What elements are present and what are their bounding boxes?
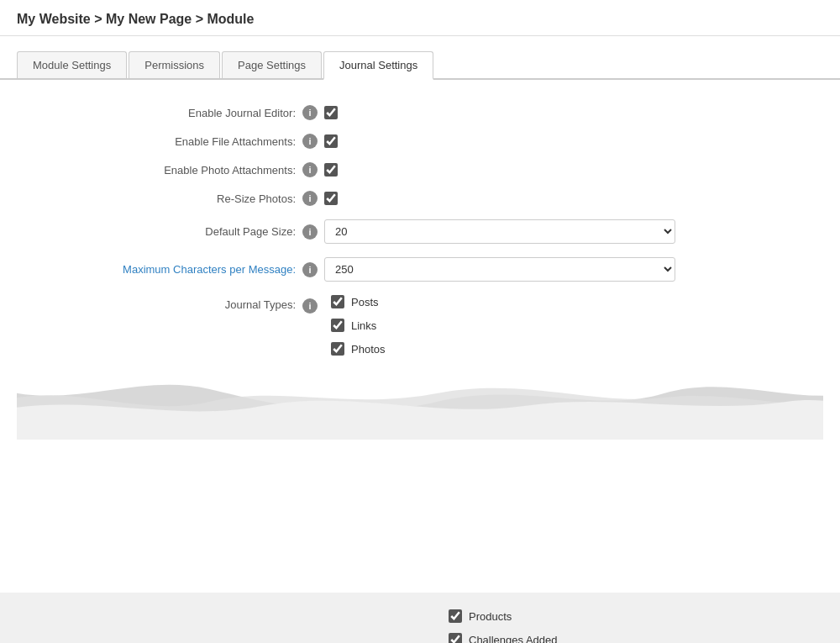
journal-type-products-checkbox[interactable]	[449, 609, 462, 623]
enable-photo-attachments-control: i	[302, 162, 338, 177]
enable-photo-attachments-checkbox[interactable]	[324, 163, 338, 177]
journal-type-posts-label: Posts	[351, 296, 379, 308]
wave-separator	[17, 364, 823, 440]
journal-type-posts-checkbox[interactable]	[331, 295, 344, 308]
journal-type-photos: Photos	[331, 342, 385, 356]
enable-journal-editor-row: Enable Journal Editor: i	[17, 105, 823, 120]
journal-type-links: Links	[331, 319, 385, 332]
tab-journal-settings[interactable]: Journal Settings	[323, 51, 433, 80]
enable-journal-editor-control: i	[302, 105, 338, 120]
enable-file-attachments-control: i	[302, 134, 338, 149]
enable-photo-attachments-info-icon[interactable]: i	[302, 162, 318, 177]
page-header: My Website > My New Page > Module	[0, 0, 840, 36]
journal-type-photos-checkbox[interactable]	[331, 342, 344, 356]
max-chars-info-icon[interactable]: i	[302, 262, 318, 277]
enable-photo-attachments-label: Enable Photo Attachments:	[17, 164, 302, 177]
resize-photos-row: Re-Size Photos: i	[17, 191, 823, 206]
default-page-size-control: i 20 10 30 50	[302, 219, 675, 244]
bottom-checkboxes: Products Challenges Added Challenges Com…	[0, 609, 840, 643]
max-chars-select[interactable]: 250 100 500 1000	[324, 257, 675, 282]
journal-type-products-label: Products	[469, 610, 512, 623]
journal-types-label: Journal Types:	[17, 295, 302, 356]
enable-file-attachments-row: Enable File Attachments: i	[17, 134, 823, 149]
max-chars-control: i 250 100 500 1000	[302, 257, 675, 282]
tab-page-settings[interactable]: Page Settings	[222, 51, 322, 78]
enable-journal-editor-label: Enable Journal Editor:	[17, 107, 302, 119]
tabs-bar: Module Settings Permissions Page Setting…	[0, 36, 840, 80]
enable-file-attachments-info-icon[interactable]: i	[302, 134, 318, 149]
max-chars-row: Maximum Characters per Message: i 250 10…	[17, 257, 823, 282]
enable-file-attachments-label: Enable File Attachments:	[17, 135, 302, 148]
enable-photo-attachments-row: Enable Photo Attachments: i	[17, 162, 823, 177]
journal-types-info-icon[interactable]: i	[302, 298, 318, 314]
journal-type-photos-label: Photos	[351, 343, 385, 356]
journal-type-products: Products	[449, 609, 840, 623]
default-page-size-select[interactable]: 20 10 30 50	[324, 219, 675, 244]
resize-photos-control: i	[302, 191, 338, 206]
journal-type-challenges-added-label: Challenges Added	[469, 634, 558, 644]
enable-journal-editor-checkbox[interactable]	[324, 106, 338, 119]
journal-types-options: Posts Links Photos	[331, 295, 385, 356]
journal-type-links-checkbox[interactable]	[331, 319, 344, 332]
journal-types-row: Journal Types: i Posts Links Photos	[17, 295, 823, 356]
journal-type-posts: Posts	[331, 295, 385, 308]
resize-photos-info-icon[interactable]: i	[302, 191, 318, 206]
main-content: Enable Journal Editor: i Enable File Att…	[0, 80, 840, 601]
default-page-size-row: Default Page Size: i 20 10 30 50	[17, 219, 823, 244]
wave-svg	[17, 364, 823, 440]
tab-module-settings[interactable]: Module Settings	[17, 51, 127, 78]
enable-file-attachments-checkbox[interactable]	[324, 134, 338, 148]
tab-permissions[interactable]: Permissions	[129, 51, 220, 78]
default-page-size-label: Default Page Size:	[17, 225, 302, 238]
default-page-size-info-icon[interactable]: i	[302, 224, 318, 240]
journal-type-challenges-added: Challenges Added	[449, 633, 840, 643]
journal-type-links-label: Links	[351, 319, 376, 332]
max-chars-label: Maximum Characters per Message:	[17, 263, 302, 276]
resize-photos-label: Re-Size Photos:	[17, 192, 302, 205]
journal-type-challenges-added-checkbox[interactable]	[449, 633, 462, 643]
enable-journal-editor-info-icon[interactable]: i	[302, 105, 318, 120]
resize-photos-checkbox[interactable]	[324, 192, 338, 205]
breadcrumb: My Website > My New Page > Module	[17, 12, 823, 27]
